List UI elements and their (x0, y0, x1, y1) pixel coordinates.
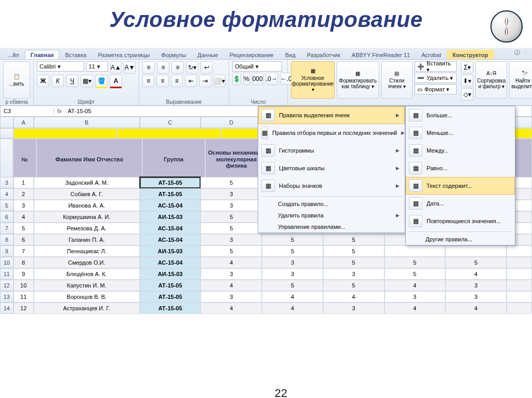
cell-mark[interactable]: 3 (201, 291, 262, 303)
cell-group[interactable]: АС-15-04 (140, 234, 201, 245)
conditional-formatting-button[interactable]: ▦ Условное форматирование ▾ (291, 61, 335, 99)
underline-button[interactable]: Ч (66, 75, 78, 87)
cell-fio[interactable]: Собаев А. Г. (34, 188, 140, 200)
tab-formulas[interactable]: Формулы (155, 50, 192, 59)
find-select-button[interactable]: 🔭 Найти и выделить ▾ (509, 61, 532, 99)
cell-number[interactable]: 8 (14, 257, 34, 268)
menu-item[interactable]: ▦Больше... (406, 106, 515, 124)
fill-color-button[interactable]: 🪣 (95, 75, 108, 88)
row-header[interactable]: 9 (0, 245, 14, 257)
fx-icon[interactable]: fx (54, 108, 65, 114)
align-top-icon[interactable]: ≡ (142, 61, 155, 74)
cell-mark[interactable]: 3 (262, 268, 323, 280)
cell-mark[interactable]: 5 (201, 211, 262, 223)
cell-mark[interactable]: 3 (201, 200, 262, 211)
tab-acrobat[interactable]: Acrobat (416, 50, 447, 59)
menu-item[interactable]: Другие правила... (406, 234, 515, 245)
cell-fio[interactable]: Воронцов В. В. (34, 291, 140, 303)
fill-icon[interactable]: ⬇▾ (461, 75, 473, 87)
cell-number[interactable]: 5 (14, 223, 34, 234)
font-family-select[interactable]: Calibri ▾ (37, 61, 84, 72)
cell-fio[interactable]: Иванова А. А. (34, 200, 140, 211)
cell-group[interactable]: АИ-15-03 (140, 268, 201, 280)
menu-item[interactable]: ▦Гистограммы▶ (258, 142, 405, 159)
cell-mark[interactable]: 5 (201, 245, 262, 257)
menu-item[interactable]: Удалить правила▶ (258, 210, 405, 221)
tab-developer[interactable]: Разработчик (301, 50, 346, 59)
cell-fio[interactable]: Ремезова Д. А. (34, 223, 140, 234)
tab-insert[interactable]: Вставка (59, 50, 92, 59)
menu-item[interactable]: ▦Текст содержит... (406, 177, 515, 195)
cell-fio[interactable]: Смердов О.И. (34, 257, 140, 268)
cell-mark[interactable] (507, 280, 532, 291)
cell-group[interactable]: АС-15-04 (140, 200, 201, 211)
row-header[interactable]: 4 (0, 188, 14, 200)
column-header[interactable]: A (14, 117, 34, 128)
cell-mark[interactable]: 4 (445, 268, 507, 280)
column-header[interactable]: B (34, 117, 140, 128)
cell-group[interactable]: АИ-15-03 (140, 211, 201, 223)
decrease-indent-icon[interactable]: ⇤ (185, 75, 197, 87)
cell-mark[interactable]: 4 (262, 291, 323, 303)
cell-mark[interactable] (507, 268, 532, 280)
cell-mark[interactable]: 3 (445, 280, 507, 291)
cell-mark[interactable]: 3 (201, 268, 262, 280)
font-size-select[interactable]: 11 ▾ (86, 61, 108, 72)
insert-rows-button[interactable]: ➕ Вставить ▾ (415, 61, 457, 72)
comma-icon[interactable]: 000 (252, 73, 263, 85)
cell-mark[interactable]: 3 (201, 234, 262, 245)
cell-number[interactable]: 7 (14, 245, 34, 257)
align-right-icon[interactable]: ≡ (171, 75, 183, 87)
italic-button[interactable]: К (51, 75, 64, 87)
cell-mark[interactable]: 5 (262, 280, 323, 291)
menu-item[interactable]: ▦Правила отбора первых и последних значе… (258, 124, 405, 142)
autosum-icon[interactable]: Σ▾ (461, 61, 473, 74)
cell-mark[interactable] (507, 257, 532, 268)
cell-group[interactable]: АТ-15-05 (140, 177, 201, 188)
table-header[interactable]: № (13, 139, 37, 180)
cell-mark[interactable]: 3 (384, 291, 446, 303)
tab-page-layout[interactable]: Разметка страницы (92, 50, 155, 59)
cell[interactable] (14, 128, 117, 139)
cell-number[interactable]: 12 (14, 303, 34, 314)
cell-mark[interactable] (384, 245, 446, 257)
cell-number[interactable]: 11 (14, 291, 34, 303)
borders-button[interactable]: ▦▾ (81, 75, 93, 87)
increase-font-icon[interactable]: A▲ (110, 61, 122, 74)
number-format-select[interactable]: Общий ▾ (232, 61, 282, 72)
row-header[interactable]: 10 (0, 257, 14, 268)
cell-mark[interactable]: 4 (262, 303, 323, 314)
cell-mark[interactable] (507, 303, 532, 314)
cell-mark[interactable] (445, 245, 507, 257)
cell-fio[interactable]: Задонский А. М. (34, 177, 140, 188)
tab-view[interactable]: Вид (280, 50, 301, 59)
decrease-font-icon[interactable]: A▼ (124, 61, 136, 74)
tab-table-design[interactable]: Конструктор (447, 50, 494, 59)
cell-group[interactable]: АС-15-04 (140, 223, 201, 234)
cell-fio[interactable]: Кормушкина А. И. (34, 211, 140, 223)
merge-button[interactable]: ⬜▾ (214, 75, 225, 87)
tab-home[interactable]: Главная (25, 50, 60, 59)
tab-data[interactable]: Данные (192, 50, 224, 59)
menu-item[interactable]: ▦Повторяющиеся значения... (406, 212, 515, 230)
cell-mark[interactable]: 3 (323, 303, 384, 314)
align-center-icon[interactable]: ≡ (156, 75, 168, 87)
cell-group[interactable]: АТ-15-05 (140, 303, 201, 314)
cell-group[interactable]: АТ-15-05 (140, 280, 201, 291)
cell-group[interactable]: АИ-15-03 (140, 245, 201, 257)
orientation-icon[interactable]: ↻▾ (186, 61, 198, 74)
cell-mark[interactable]: 5 (262, 234, 323, 245)
tab-file[interactable]: ...йл (2, 50, 25, 59)
tab-review[interactable]: Рецензирование (224, 50, 280, 59)
tab-abbyy[interactable]: ABBYY FineReader 11 (346, 50, 416, 59)
cell-mark[interactable]: 4 (384, 303, 446, 314)
cell-mark[interactable]: 5 (445, 257, 507, 268)
align-bottom-icon[interactable]: ≡ (171, 61, 184, 74)
cell-mark[interactable]: 3 (445, 291, 507, 303)
clear-icon[interactable]: ◇▾ (461, 88, 473, 101)
cell-mark[interactable]: 3 (201, 188, 262, 200)
increase-decimal-icon[interactable]: .0→ (265, 73, 278, 85)
cell-fio[interactable]: Блюдёнов А. К. (34, 268, 140, 280)
align-middle-icon[interactable]: ≡ (157, 61, 169, 74)
cell-mark[interactable]: 5 (384, 257, 446, 268)
